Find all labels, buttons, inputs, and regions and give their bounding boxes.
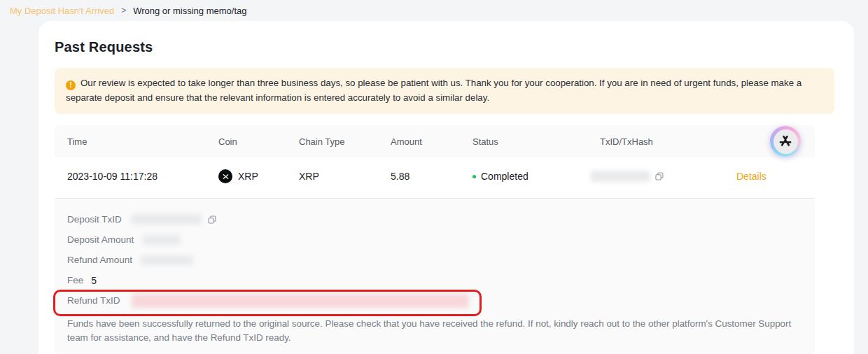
table-header-row: Time Coin Chain Type Amount Status TxID/… (55, 125, 815, 157)
breadcrumb-parent-link[interactable]: My Deposit Hasn't Arrived (10, 6, 114, 16)
breadcrumb-separator: > (121, 6, 126, 15)
request-details-panel: Deposit TxID Deposit Amount Refund Amoun… (55, 198, 815, 354)
refund-txid-redacted-value (132, 294, 469, 308)
field-deposit-txid: Deposit TxID (67, 212, 802, 227)
warning-icon: ! (66, 80, 76, 90)
field-label: Refund TxID (67, 295, 120, 306)
deposit-amount-redacted-value (143, 235, 181, 245)
field-label: Deposit Amount (67, 234, 134, 245)
details-link[interactable]: Details (736, 171, 766, 182)
refund-explanation-note: Funds have been successfully returned to… (67, 317, 802, 345)
cell-coin: XRP (218, 169, 299, 183)
cell-amount: 5.88 (391, 171, 472, 182)
column-header-status: Status (472, 136, 600, 147)
copy-icon[interactable] (654, 171, 664, 181)
column-header-txid: TxID/TxHash (600, 136, 736, 147)
field-deposit-amount: Deposit Amount (67, 232, 802, 247)
column-header-coin: Coin (218, 136, 299, 147)
coin-symbol: XRP (238, 171, 258, 182)
status-label: Completed (481, 171, 528, 182)
breadcrumb-current: Wrong or missing memo/tag (133, 6, 246, 16)
field-label: Refund Amount (67, 255, 132, 265)
cell-time: 2023-10-09 11:17:28 (67, 171, 218, 182)
field-refund-txid: Refund TxID (67, 293, 802, 308)
column-header-chain: Chain Type (299, 136, 391, 147)
xrp-coin-icon (218, 169, 232, 183)
copy-icon[interactable] (207, 215, 217, 225)
cell-txid (591, 171, 736, 182)
cell-status: Completed (472, 171, 600, 182)
field-label: Deposit TxID (67, 214, 122, 225)
fee-value: 5 (91, 275, 97, 286)
column-header-time: Time (67, 136, 218, 147)
cell-chain-type: XRP (299, 171, 391, 182)
table-row: 2023-10-09 11:17:28 XRP XRP 5.88 Complet… (55, 157, 815, 195)
field-fee: Fee 5 (67, 273, 802, 288)
breadcrumb: My Deposit Hasn't Arrived > Wrong or mis… (0, 0, 868, 21)
txid-redacted-value (591, 171, 650, 182)
field-label: Fee (67, 275, 83, 285)
review-delay-notice: !Our review is expected to take longer t… (55, 68, 834, 114)
extension-logo-icon[interactable] (770, 126, 801, 157)
refund-amount-redacted-value (141, 255, 193, 265)
trident-glyph-icon (774, 129, 798, 154)
notice-text: Our review is expected to take longer th… (66, 78, 802, 103)
column-header-amount: Amount (391, 136, 472, 147)
status-dot-icon (472, 175, 476, 178)
page-title: Past Requests (55, 39, 854, 55)
deposit-txid-redacted-value (132, 214, 202, 225)
past-requests-table: Time Coin Chain Type Amount Status TxID/… (55, 125, 815, 354)
content-card: Past Requests !Our review is expected to… (38, 21, 854, 354)
field-refund-amount: Refund Amount (67, 253, 802, 267)
